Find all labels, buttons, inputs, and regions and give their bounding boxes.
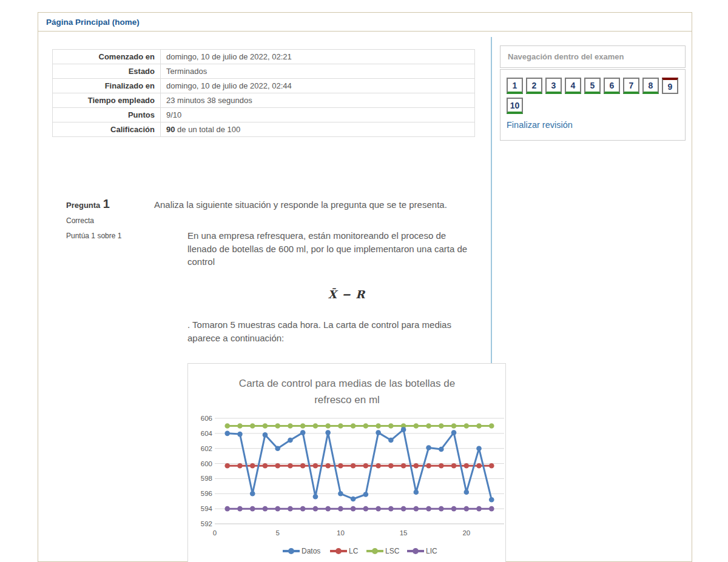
question-nav-button-10[interactable]: 10 [507,98,523,114]
question-intro: Analiza la siguiente situación y respond… [154,198,507,212]
question-nav-button-4[interactable]: 4 [565,78,581,94]
svg-text:10: 10 [337,529,345,537]
svg-text:Carta de control para medias d: Carta de control para medias de las bote… [239,378,455,389]
svg-text:20: 20 [462,529,470,537]
question-number: 1 [103,197,110,210]
svg-text:592: 592 [201,520,212,527]
quiz-navigation-sidebar: Navegación dentro del examen 12345678910… [500,45,686,141]
quiz-navigation-title: Navegación dentro del examen [500,45,686,68]
question-number-label: Pregunta [66,201,100,210]
question-content: Analiza la siguiente situación y respond… [154,198,507,562]
question-nav-button-5[interactable]: 5 [584,78,601,94]
svg-text:606: 606 [201,415,212,422]
summary-row: Puntos9/10 [53,108,475,122]
page-frame: Página Principal (home) Comenzado endomi… [38,12,692,562]
svg-text:598: 598 [201,475,212,482]
summary-value: domingo, 10 de julio de 2022, 02:21 [161,50,475,64]
summary-value: 23 minutos 38 segundos [161,93,475,108]
summary-row: EstadoTerminados [53,64,475,79]
svg-text:0: 0 [213,529,217,537]
summary-label: Calificación [53,122,161,137]
question-nav-button-3[interactable]: 3 [545,78,562,94]
svg-text:Datos: Datos [302,547,320,555]
question-body-block: En una empresa refresquera, están monito… [187,229,506,562]
quiz-review-page: { "page": { "breadcrumb": "Página Princi… [0,0,728,562]
summary-label: Tiempo empleado [53,93,161,108]
summary-label: Finalizado en [53,79,161,93]
question-nav-buttons: 12345678910 [507,78,679,114]
summary-value: domingo, 10 de julio de 2022, 02:44 [161,79,475,93]
quiz-navigation-body: 12345678910 Finalizar revisión [500,69,686,141]
svg-text:LSC: LSC [385,547,400,555]
summary-value: 9/10 [161,108,475,122]
summary-value: 90 de un total de 100 [161,122,475,137]
svg-text:LC: LC [349,547,359,555]
chart-svg: Carta de control para medias de las bote… [188,364,505,562]
question-body-2: . Tomaron 5 muestras cada hora. La carta… [187,318,468,345]
summary-row: Tiempo empleado23 minutos 38 segundos [53,93,475,108]
summary-label: Comenzado en [53,50,161,64]
svg-text:604: 604 [201,429,213,437]
question-status: Correcta [66,216,154,225]
question-nav-button-1[interactable]: 1 [507,78,523,94]
svg-text:594: 594 [201,505,213,512]
svg-text:LIC: LIC [426,547,437,555]
svg-text:600: 600 [201,460,212,467]
svg-text:596: 596 [201,490,212,497]
question-nav-button-6[interactable]: 6 [604,78,620,94]
breadcrumb[interactable]: Página Principal (home) [38,13,692,32]
summary-value: Terminados [161,64,475,79]
summary-label: Puntos [53,108,161,122]
question-nav-button-9[interactable]: 9 [662,78,678,94]
summary-label: Estado [53,64,161,79]
summary-row: Finalizado endomingo, 10 de julio de 202… [53,79,475,93]
question-nav-button-7[interactable]: 7 [623,78,639,94]
question-nav-button-8[interactable]: 8 [642,78,659,94]
question-nav-button-2[interactable]: 2 [526,78,542,94]
attempt-summary-table: Comenzado endomingo, 10 de julio de 2022… [52,49,475,137]
summary-row: Calificación90 de un total de 100 [53,122,475,137]
control-chart: Carta de control para medias de las bote… [187,363,506,562]
svg-text:15: 15 [400,529,408,537]
svg-text:602: 602 [201,444,212,452]
question-body-1: En una empresa refresquera, están monito… [187,229,468,269]
summary-row: Comenzado endomingo, 10 de julio de 2022… [53,50,475,64]
question-info-block: Pregunta 1 Correcta Puntúa 1 sobre 1 [66,197,154,240]
finish-review-link[interactable]: Finalizar revisión [507,120,573,130]
question-points: Puntúa 1 sobre 1 [66,232,154,240]
main-column: Comenzado endomingo, 10 de julio de 2022… [52,49,477,137]
svg-text:5: 5 [275,529,279,537]
svg-text:refresco en ml: refresco en ml [314,394,380,406]
question-formula: X̄ − R [187,287,506,303]
